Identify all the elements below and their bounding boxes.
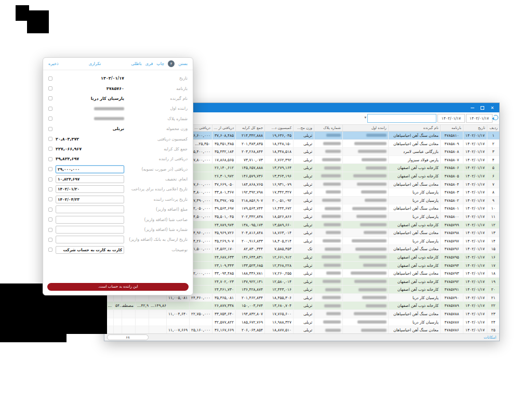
cell-plate (314, 253, 342, 261)
column-header-commission[interactable]: کمیسیون د... (264, 125, 293, 131)
date-from-input[interactable]: ۱۴۰۲/۰۱/۱۷ (466, 114, 493, 123)
field-input[interactable] (56, 196, 124, 203)
cell-driver (342, 245, 388, 253)
field-label: شماره پلاک (127, 117, 188, 121)
cell-num: ۱۷ (487, 262, 499, 269)
field-checkbox[interactable] (48, 217, 52, 222)
print-button[interactable]: چاپ (156, 61, 164, 66)
column-header-num[interactable]: ردیف (487, 125, 499, 131)
field-checkbox[interactable] (48, 208, 52, 212)
field-checkbox[interactable] (48, 187, 52, 191)
field-checkbox[interactable] (48, 86, 52, 91)
refresh-icon[interactable] (493, 115, 498, 121)
field-checkbox[interactable] (48, 137, 52, 141)
column-header-driver[interactable]: راننده اول (342, 125, 388, 131)
cell-total: ۱۷۹,۵۶۴,۷۴۴ (235, 204, 264, 212)
minimize-icon[interactable] (468, 103, 477, 112)
cell-num: ۱۳ (487, 229, 499, 237)
field-checkbox[interactable] (48, 167, 52, 171)
cell-bill: ۴۷۸۵۷۸۷ (440, 318, 463, 326)
table-row[interactable]: ۲۲۱۴۰۲/۰۱/۱۷۴۷۸۵۷۸۹کارخانه ذوب آهن اصفها… (104, 302, 499, 310)
duplicate-button[interactable]: تکراری (89, 61, 101, 66)
fri-button[interactable]: فری (145, 61, 153, 66)
table-row[interactable]: ۲۴۱۴۰۲/۰۱/۱۷۴۷۸۵۷۸۷پارسیان کار دریاتریلی… (104, 318, 499, 327)
field-checkbox[interactable] (48, 107, 52, 111)
void-button[interactable]: باطلی (131, 61, 141, 66)
field-checkbox[interactable] (48, 228, 52, 232)
cell-commission: ۱۸,۲۴۸,۱۵۰ (264, 140, 293, 148)
cell-date: ۱۴۰۲/۰۱/۱۷ (463, 229, 487, 237)
field-checkbox[interactable] (48, 76, 52, 81)
cell-plate (314, 245, 342, 253)
cell-bill: ۴۷۸۵۷۹۲ (440, 278, 463, 286)
cell-driver (342, 326, 388, 334)
dialog-field-row: نام گیرندهپارسیان کار دریا (48, 94, 188, 104)
close-button[interactable]: بستن (178, 61, 188, 66)
cell-driver (342, 140, 388, 148)
save-button[interactable]: ذخیره (48, 61, 59, 66)
column-header-receiver[interactable]: نام گیرنده (388, 125, 440, 131)
field-input[interactable] (56, 205, 124, 213)
cell-ex2 (135, 310, 149, 318)
dialog-field-row: راننده اول (48, 104, 188, 113)
redacted-driver (361, 190, 387, 193)
field-checkbox[interactable] (48, 238, 52, 242)
cell-commission: ۱۳,۲۷۹,۱۶۴ (264, 164, 293, 172)
field-label: بارنامه (127, 86, 188, 91)
search-input[interactable] (367, 114, 436, 123)
column-header-total[interactable]: جمع کل کرایه (235, 125, 264, 131)
field-checkbox[interactable] (48, 96, 52, 100)
redacted-plate (322, 199, 341, 202)
field-input[interactable] (56, 246, 124, 254)
filter-dropdown-icon[interactable]: ▾ (364, 115, 366, 120)
redacted-driver (365, 199, 387, 202)
table-row[interactable]: ۲۳۱۴۰۲/۰۱/۱۷۴۷۸۵۷۸۸معادن سنگ آهن احیاسپا… (104, 310, 499, 318)
column-header-from_driver[interactable]: دریافتی از ... (212, 125, 235, 131)
cell-from_driver: ۳۷,۶۶۹,۰۵۰ (212, 180, 235, 188)
redacted-driver (360, 223, 387, 226)
field-checkbox[interactable] (48, 127, 52, 131)
cell-driver (342, 302, 388, 309)
field-checkbox[interactable] (48, 248, 52, 252)
column-header-bill[interactable]: بارنامه (440, 125, 463, 131)
cell-total: ۱۳۷,۹۲۲,۱۳۱ (235, 278, 264, 286)
column-header-weight[interactable]: وزن مح... (293, 125, 314, 131)
field-checkbox[interactable] (48, 117, 52, 121)
maximize-icon[interactable] (477, 103, 487, 112)
dialog-field-row: تاریخ۱۴۰۲/۰۱/۱۷ (48, 73, 188, 83)
field-checkbox[interactable] (48, 147, 52, 151)
features-link[interactable]: امکانات (484, 335, 496, 340)
cell-total: ۱۸۴,۸۶۸,۷۶۵ (235, 180, 264, 188)
field-label: تاریخ پرداخت راننده (127, 197, 188, 202)
cell-bill: ۴۷۸۵۷۸۸ (440, 310, 463, 318)
field-input[interactable] (56, 216, 124, 224)
cell-total: ۲۰۴,۸۱۶,۸۴۸ (235, 229, 264, 237)
column-header-plate[interactable]: شماره پلاک (314, 125, 342, 131)
cell-driver (342, 213, 388, 221)
field-input[interactable] (56, 226, 124, 234)
cell-driver (342, 278, 388, 286)
field-input[interactable] (56, 236, 124, 243)
column-header-date[interactable]: تاریخ (463, 125, 487, 131)
field-checkbox[interactable] (48, 177, 52, 182)
field-checkbox[interactable] (48, 157, 52, 161)
cell-weight: تریلی (293, 204, 314, 212)
cell-driver (342, 132, 388, 139)
date-to-input[interactable]: ۱۴۰۲/۰۱/۱۷ (437, 114, 465, 123)
close-icon[interactable]: ✕ (487, 103, 497, 112)
field-label: وزن محموله (127, 126, 188, 131)
redacted-driver (362, 296, 387, 299)
redacted-plate (326, 134, 341, 137)
redacted-plate (324, 166, 341, 170)
cell-receiver: بازرگانی عباسی لامرد (388, 148, 440, 156)
redacted-plate (322, 296, 341, 299)
cell-from_driver: ۳۷,۶۰۸,۴۸۵ (212, 132, 235, 139)
field-input[interactable] (56, 175, 124, 183)
field-input[interactable] (56, 185, 124, 193)
field-checkbox[interactable] (48, 197, 52, 201)
cell-plate (314, 229, 342, 237)
cell-weight: تریلی (293, 180, 314, 188)
field-label: تاریخ اعلامی راننده برای پرداخت (127, 187, 188, 191)
field-input[interactable] (56, 165, 124, 173)
desktop-artifact (66, 290, 107, 334)
